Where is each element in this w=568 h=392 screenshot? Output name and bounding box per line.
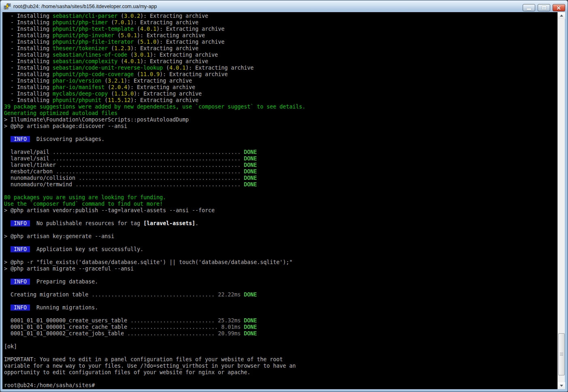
terminal-line: laravel/pail ...........................… xyxy=(4,149,557,156)
terminal-line xyxy=(4,188,557,194)
minimize-icon xyxy=(527,9,531,10)
terminal-line xyxy=(4,240,557,246)
close-button[interactable] xyxy=(553,4,565,11)
terminal-line xyxy=(4,298,557,305)
terminal-line: Generating optimized autoload files xyxy=(4,110,557,117)
arrow-down-icon xyxy=(560,385,563,387)
terminal-line: laravel/sail ...........................… xyxy=(4,156,557,162)
terminal-line: - Installing sebastian/lines-of-code (3.… xyxy=(4,52,557,58)
terminal-line: opportunity to edit configuration files … xyxy=(4,369,557,376)
maximize-button[interactable] xyxy=(538,4,550,11)
terminal-line: 0001_01_01_000001_create_cache_table ...… xyxy=(4,324,557,330)
terminal-line: 0001_01_01_000000_create_users_table ...… xyxy=(4,317,557,324)
terminal-line: IMPORTANT: You need to edit in a panel c… xyxy=(4,356,557,363)
terminal-line: INFO Preparing database. xyxy=(4,279,557,285)
terminal-line: - Installing myclabs/deep-copy (1.13.0):… xyxy=(4,91,557,97)
terminal-line: INFO Application key set successfully. xyxy=(4,246,557,253)
scroll-up-button[interactable] xyxy=(558,12,565,19)
terminal-line: 39 package suggestions were added by new… xyxy=(4,104,557,110)
terminal-line xyxy=(4,337,557,343)
terminal-line: - Installing sebastian/complexity (4.0.1… xyxy=(4,58,557,65)
close-icon xyxy=(557,6,561,10)
minimize-button[interactable] xyxy=(523,4,535,11)
terminal-line xyxy=(4,272,557,279)
window-controls xyxy=(523,4,565,11)
terminal-line: > @php artisan package:discover --ansi xyxy=(4,123,557,130)
terminal-line: laravel/tinker .........................… xyxy=(4,162,557,168)
terminal-line: nesbot/carbon ..........................… xyxy=(4,168,557,175)
terminal-line: - Installing phpunit/phpunit (11.5.12): … xyxy=(4,97,557,104)
terminal-line: nunomaduro/termwind ....................… xyxy=(4,181,557,188)
terminal-line: root@ub24:/home/sasha/sites# xyxy=(4,382,557,389)
terminal-line: 80 packages you are using are looking fo… xyxy=(4,194,557,201)
terminal-line xyxy=(4,350,557,356)
terminal-line xyxy=(4,285,557,292)
terminal-line: - Installing phar-io/manifest (2.0.4): E… xyxy=(4,84,557,91)
terminal-line: INFO No publishable resources for tag [l… xyxy=(4,220,557,227)
terminal-line: Use the `composer fund` command to find … xyxy=(4,201,557,207)
terminal-line: - Installing phpunit/php-timer (7.0.1): … xyxy=(4,19,557,26)
terminal-line: - Installing phpunit/php-text-template (… xyxy=(4,26,557,32)
titlebar[interactable]: root@ub24: /home/sasha/sites/b156.itdeve… xyxy=(0,0,568,12)
terminal-line xyxy=(4,311,557,317)
terminal-line xyxy=(4,376,557,382)
scrollbar[interactable] xyxy=(557,12,565,389)
terminal-line: - Installing phpunit/php-invoker (5.0.1)… xyxy=(4,32,557,39)
terminal-line: - Installing phpunit/php-file-iterator (… xyxy=(4,39,557,45)
terminal-line xyxy=(4,253,557,259)
terminal-client-area: - Installing sebastian/cli-parser (3.0.2… xyxy=(2,12,565,389)
window-title: root@ub24: /home/sasha/sites/b156.itdeve… xyxy=(13,4,157,9)
terminal-line: > Illuminate\Foundation\ComposerScripts:… xyxy=(4,117,557,123)
terminal-line: > @php artisan vendor:publish --tag=lara… xyxy=(4,207,557,214)
terminal-line xyxy=(4,143,557,149)
terminal-line: - Installing phpunit/php-code-coverage (… xyxy=(4,71,557,78)
terminal-line xyxy=(4,130,557,136)
terminal-output[interactable]: - Installing sebastian/cli-parser (3.0.2… xyxy=(2,12,557,389)
terminal-line: variable for a new way to your files. Us… xyxy=(4,363,557,369)
terminal-line: - Installing theseer/tokenizer (1.2.3): … xyxy=(4,45,557,52)
terminal-line: [ok] xyxy=(4,343,557,350)
terminal-line xyxy=(4,227,557,233)
putty-icon xyxy=(4,3,11,10)
terminal-line: - Installing sebastian/cli-parser (3.0.2… xyxy=(4,13,557,19)
putty-window: root@ub24: /home/sasha/sites/b156.itdeve… xyxy=(0,0,568,392)
terminal-line: > @php -r "file_exists('database/databas… xyxy=(4,259,557,266)
scroll-down-button[interactable] xyxy=(558,382,565,389)
terminal-line: nunomaduro/collision ...................… xyxy=(4,175,557,181)
terminal-line: > @php artisan key:generate --ansi xyxy=(4,233,557,240)
terminal-line xyxy=(4,214,557,220)
maximize-icon xyxy=(542,6,546,9)
terminal-line: INFO Discovering packages. xyxy=(4,136,557,143)
scrollbar-thumb[interactable] xyxy=(558,333,565,375)
scrollbar-grip-icon xyxy=(560,353,563,356)
terminal-line: - Installing sebastian/code-unit-reverse… xyxy=(4,65,557,71)
terminal-line: 0001_01_01_000002_create_jobs_table ....… xyxy=(4,330,557,337)
terminal-line: - Installing phar-io/version (3.2.1): Ex… xyxy=(4,78,557,84)
terminal-line: Creating migration table ...............… xyxy=(4,292,557,298)
terminal-line: INFO Running migrations. xyxy=(4,305,557,311)
terminal-line: > @php artisan migrate --graceful --ansi xyxy=(4,266,557,272)
arrow-up-icon xyxy=(560,15,563,17)
